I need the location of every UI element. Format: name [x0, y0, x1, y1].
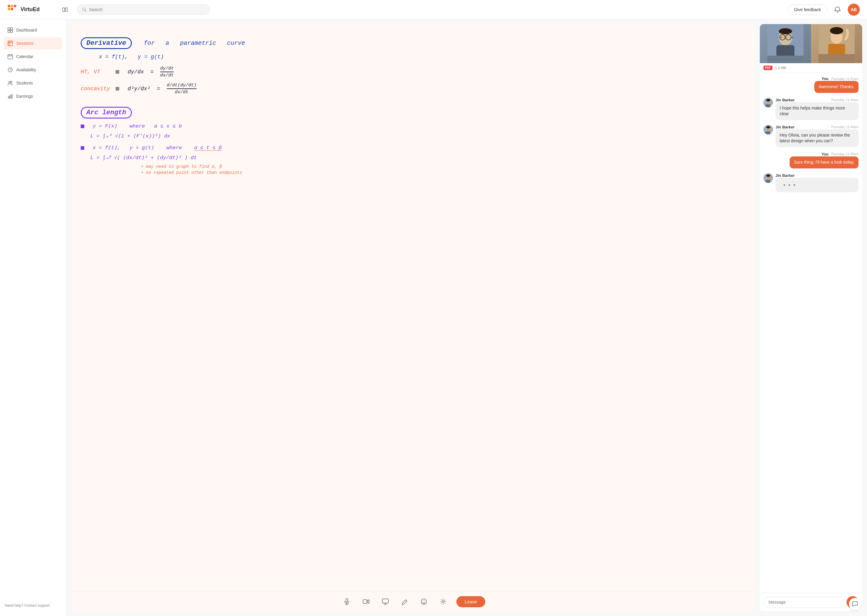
arc-length-section: Arc length y = F(x) where a ≤ x ≤ b L = …: [81, 107, 746, 175]
sidebar-item-earnings[interactable]: Earnings: [4, 90, 62, 102]
arc-note-1: • may need to graph to find α, β: [141, 164, 222, 169]
jin-msg-content-2: Jin Barker Thursday 11:44am Hey Olivia, …: [776, 125, 859, 147]
grid-icon: [7, 27, 13, 33]
chat-message-1: You Thursday 11:41am Awesome! Thanks.: [763, 76, 859, 93]
chat-meta-4: You Thursday 11:45am: [821, 152, 859, 156]
svg-rect-9: [8, 28, 10, 30]
pencil-button[interactable]: [399, 596, 411, 608]
sidebar-item-availability[interactable]: Availability: [4, 64, 62, 76]
leave-button[interactable]: Leave: [456, 596, 486, 607]
arc-length-title: Arc length: [81, 107, 132, 118]
svg-rect-10: [11, 28, 13, 30]
pdf-attachment: PDF 1.2 MB: [760, 63, 862, 73]
online-indicator-3: [770, 180, 773, 183]
clock-icon: [7, 67, 13, 73]
video-placeholder-2: [811, 24, 862, 63]
bullet-sq-3: [81, 124, 84, 128]
video-feed-2: [811, 24, 862, 63]
message-input-row: [760, 593, 862, 611]
svg-rect-2: [11, 5, 13, 7]
right-panel: PDF 1.2 MB You Thursday 11:41am Awesome!…: [760, 24, 862, 611]
chat-time-2: Thursday 11:44am: [831, 98, 859, 102]
parametric-eq: x = f(t), y = g(t): [99, 54, 164, 60]
logo: VirtuEd: [7, 4, 55, 15]
give-feedback-button[interactable]: Give feedback: [788, 5, 828, 15]
whiteboard-canvas[interactable]: Derivative for a parametric curve x = f(…: [71, 24, 755, 592]
chat-bubble-icon: [852, 601, 858, 607]
svg-point-36: [779, 28, 792, 34]
message-input[interactable]: [763, 596, 844, 608]
sidebar-item-dashboard[interactable]: Dashboard: [4, 24, 62, 36]
svg-rect-3: [8, 8, 10, 10]
svg-rect-17: [8, 55, 13, 59]
sidebar-item-sessions[interactable]: Sessions: [4, 37, 62, 49]
user-avatar[interactable]: AB: [848, 4, 860, 16]
svg-rect-4: [11, 8, 13, 10]
sidebar-item-students[interactable]: Students: [4, 77, 62, 89]
dy-dx-formula: dy/dx = dy/dt dx/dt: [128, 66, 174, 78]
sidebar-label-students: Students: [16, 81, 33, 85]
chat-bubble-2: I hope this helps make things more clear: [776, 102, 859, 120]
sidebar-label-earnings: Earnings: [16, 94, 33, 99]
monitor-button[interactable]: [379, 596, 391, 608]
sender-name-1: You: [821, 76, 829, 81]
svg-point-29: [424, 601, 425, 601]
pdf-icon: PDF: [763, 66, 772, 70]
arc-line-1: y = F(x) where a ≤ x ≤ b: [93, 123, 182, 129]
chat-message-2: Jin Barker Thursday 11:44am I hope this …: [763, 98, 859, 120]
svg-rect-26: [382, 599, 388, 603]
sidebar-toggle-button[interactable]: [60, 5, 70, 14]
svg-rect-25: [363, 600, 367, 603]
svg-rect-23: [11, 94, 13, 98]
jin-msg-content-3: Jin Barker • • •: [776, 173, 859, 192]
header-actions: Give feedback AB: [788, 4, 860, 16]
chat-fab-button[interactable]: [849, 598, 861, 610]
notification-button[interactable]: [832, 4, 843, 15]
gear-icon: [440, 598, 446, 605]
svg-rect-1: [8, 5, 10, 7]
svg-point-46: [766, 99, 770, 101]
math-content: Derivative for a parametric curve x = f(…: [71, 24, 755, 188]
mic-button[interactable]: [341, 596, 353, 608]
main-layout: Dashboard Sessions: [0, 19, 867, 616]
svg-point-28: [422, 601, 423, 601]
online-indicator-2: [770, 132, 773, 134]
svg-point-20: [11, 81, 13, 83]
pdf-size: 1.2 MB: [775, 66, 786, 70]
settings-button[interactable]: [437, 596, 449, 608]
sidebar-nav: Dashboard Sessions: [0, 24, 66, 102]
support-link[interactable]: Need help? Contact support: [5, 603, 50, 608]
jin-msg-content-1: Jin Barker Thursday 11:44am I hope this …: [776, 98, 859, 120]
svg-rect-5: [14, 5, 16, 7]
bell-icon: [834, 6, 841, 13]
monitor-icon: [382, 598, 389, 605]
svg-point-54: [766, 174, 770, 177]
arc-line-2: x = f(t), y = g(t) where α ≤ t ≤ β: [93, 145, 222, 151]
svg-point-41: [830, 27, 843, 34]
sidebar-item-calendar[interactable]: Calendar: [4, 50, 62, 63]
search-container: [77, 5, 210, 15]
bar-chart-icon: [7, 93, 13, 99]
concavity-formula: d²y/dx² = d/dt(dy/dt) dx/dt: [128, 83, 197, 95]
video-button[interactable]: [360, 596, 372, 608]
video-feed-1: [760, 24, 811, 63]
chat-area: You Thursday 11:41am Awesome! Thanks.: [760, 73, 862, 593]
users-icon: [7, 80, 13, 86]
mic-icon: [344, 598, 350, 605]
chat-meta-3: Jin Barker Thursday 11:44am: [776, 125, 859, 129]
bullet-sq-2: [116, 87, 119, 91]
chat-meta-2: Jin Barker Thursday 11:44am: [776, 98, 859, 102]
concavity-label: concavity: [81, 86, 111, 92]
svg-point-19: [9, 81, 11, 83]
pencil-icon: [401, 598, 408, 605]
emoji-button[interactable]: [418, 596, 430, 608]
search-input[interactable]: [89, 7, 204, 12]
chat-time-3: Thursday 11:44am: [831, 125, 859, 129]
app-header: VirtuEd Give feedback AB: [0, 0, 867, 19]
svg-rect-37: [767, 56, 804, 63]
svg-rect-14: [8, 41, 10, 43]
chat-time-4: Thursday 11:45am: [831, 152, 859, 156]
whiteboard-panel: Derivative for a parametric curve x = f(…: [71, 24, 755, 611]
svg-rect-15: [11, 41, 12, 43]
sidebar-label-calendar: Calendar: [16, 54, 33, 59]
